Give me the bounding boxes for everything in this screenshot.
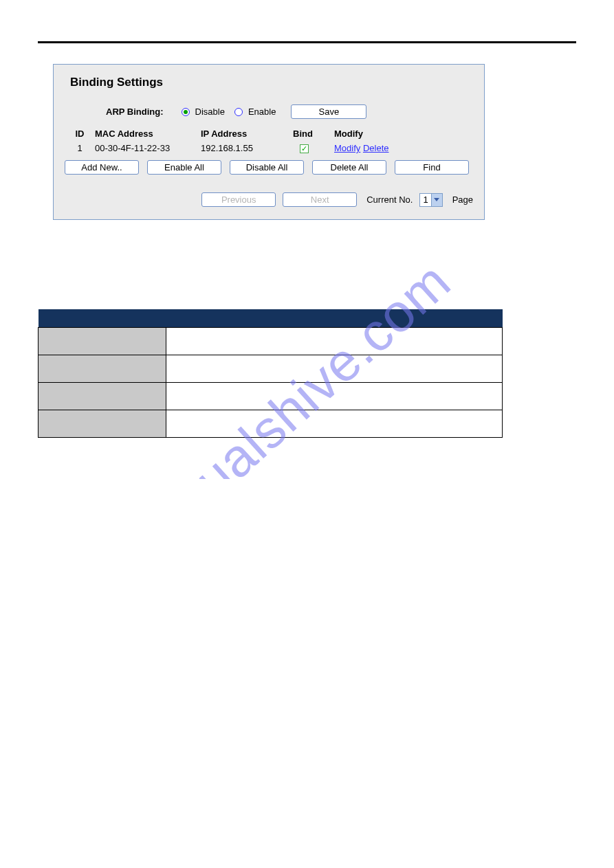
enable-all-button[interactable]: Enable All xyxy=(147,160,221,175)
cell-value xyxy=(166,410,503,437)
table-row: 1 00-30-4F-11-22-33 192.168.1.55 ✓ Modif… xyxy=(65,143,473,153)
pager: Previous Next Current No. 1 Page xyxy=(65,192,473,207)
table-row xyxy=(39,410,503,437)
cell-id: 1 xyxy=(65,143,95,153)
checkmark-icon: ✓ xyxy=(301,145,307,153)
definition-table xyxy=(38,309,503,438)
next-button[interactable]: Next xyxy=(283,192,357,207)
header-col-2 xyxy=(166,309,503,327)
header-col-1 xyxy=(39,309,166,327)
previous-button[interactable]: Previous xyxy=(201,192,276,207)
page-label: Page xyxy=(452,194,473,205)
delete-link[interactable]: Delete xyxy=(363,143,389,153)
add-new-button[interactable]: Add New.. xyxy=(65,160,139,175)
panel-title: Binding Settings xyxy=(70,76,473,89)
cell-mac: 00-30-4F-11-22-33 xyxy=(95,143,201,153)
col-modify: Modify xyxy=(334,129,458,139)
delete-all-button[interactable]: Delete All xyxy=(312,160,386,175)
col-bind: Bind xyxy=(293,129,334,139)
cell-value xyxy=(166,327,503,355)
col-id: ID xyxy=(65,129,95,139)
cell-label xyxy=(39,355,166,382)
divider xyxy=(38,41,576,43)
find-button[interactable]: Find xyxy=(395,160,469,175)
cell-value xyxy=(166,382,503,410)
col-mac: MAC Address xyxy=(95,129,201,139)
col-ip: IP Address xyxy=(201,129,293,139)
disable-all-button[interactable]: Disable All xyxy=(230,160,304,175)
page-select-value: 1 xyxy=(420,194,430,205)
button-row: Add New.. Enable All Disable All Delete … xyxy=(65,160,473,175)
binding-settings-panel: Binding Settings ARP Binding: Disable En… xyxy=(53,64,485,220)
cell-value xyxy=(166,355,503,382)
bind-checkbox[interactable]: ✓ xyxy=(300,144,309,153)
cell-label xyxy=(39,382,166,410)
table-row xyxy=(39,382,503,410)
table-row xyxy=(39,355,503,382)
cell-modify: Modify Delete xyxy=(334,143,458,153)
radio-dot-icon xyxy=(184,110,188,114)
disable-option-label: Disable xyxy=(195,107,225,117)
radio-enable[interactable] xyxy=(234,108,243,116)
table-header-row xyxy=(39,309,503,327)
arp-binding-label: ARP Binding: xyxy=(106,107,164,117)
table-row xyxy=(39,327,503,355)
arp-binding-row: ARP Binding: Disable Enable Save xyxy=(106,104,473,119)
cell-label xyxy=(39,410,166,437)
modify-link[interactable]: Modify xyxy=(334,143,360,153)
radio-disable[interactable] xyxy=(182,108,190,116)
cell-label xyxy=(39,327,166,355)
page-select[interactable]: 1 xyxy=(419,193,442,207)
current-no-label: Current No. xyxy=(366,194,413,205)
cell-bind: ✓ xyxy=(293,143,334,153)
enable-option-label: Enable xyxy=(248,107,276,117)
page: Binding Settings ARP Binding: Disable En… xyxy=(0,0,614,479)
chevron-down-icon xyxy=(431,194,442,206)
save-button[interactable]: Save xyxy=(291,104,366,119)
cell-ip: 192.168.1.55 xyxy=(201,143,293,153)
table-header: ID MAC Address IP Address Bind Modify xyxy=(65,129,473,139)
